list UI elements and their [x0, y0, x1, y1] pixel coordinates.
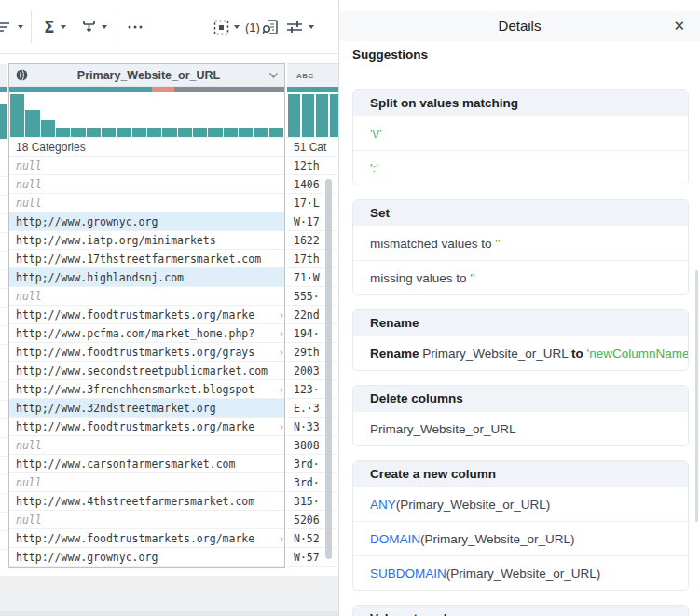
cell-value: http://www.carsonfarmersmarket.com	[16, 458, 235, 471]
histogram-bar[interactable]	[239, 128, 253, 137]
table-row[interactable]: http://www.foodtrustmarkets.org/marke›	[9, 529, 284, 548]
suggestion-item[interactable]: Rename Primary_Website_or_URL to 'newCol…	[353, 335, 688, 370]
table-row[interactable]: null	[9, 175, 284, 194]
suggestion-item[interactable]: SUBDOMAIN(Primary_Website_or_URL)	[353, 555, 688, 590]
data-grid: Primary_Website_or_URL 18 Categories nul…	[0, 54, 338, 616]
table-row[interactable]: null	[9, 287, 284, 306]
cell-value: 29th	[294, 346, 320, 359]
column-header[interactable]: Primary_Website_or_URL	[9, 64, 284, 87]
histogram-bar[interactable]	[117, 128, 130, 137]
cell-value: 123·	[294, 383, 320, 396]
search-document-icon	[262, 19, 280, 35]
table-row[interactable]: http;//www.32ndstreetmarket.org	[9, 399, 284, 418]
table-row[interactable]: null	[9, 473, 284, 492]
suggestion-item[interactable]: Primary_Website_or_URL	[353, 411, 688, 445]
histogram-bar[interactable]	[87, 128, 101, 137]
view-settings-button[interactable]	[286, 0, 314, 54]
previous-column-quality-bar	[0, 87, 7, 92]
card-title: Create a new column	[353, 461, 688, 486]
histogram-bar[interactable]	[25, 110, 39, 137]
suggestion-text: ':'	[370, 161, 378, 175]
cell-value: 3rd·	[294, 476, 320, 489]
overflow-chevron-icon[interactable]: ›	[280, 529, 283, 547]
suggestion-item[interactable]: ANY(Primary_Website_or_URL)	[353, 486, 688, 521]
overflow-chevron-icon[interactable]: ›	[280, 343, 283, 361]
aggregate-button[interactable]: Σ	[44, 0, 66, 54]
column-primary-website-or-url: Primary_Website_or_URL 18 Categories nul…	[8, 63, 285, 568]
more-options-button[interactable]	[127, 0, 144, 54]
suggestion-item[interactable]: mismatched values to ''	[353, 226, 688, 260]
overflow-chevron-icon[interactable]: ›	[280, 380, 283, 398]
histogram-bar[interactable]	[193, 128, 207, 137]
table-row[interactable]: http://www.secondstreetpublicmarket.com	[9, 362, 284, 380]
histogram-bar[interactable]	[56, 128, 70, 137]
grid-vertical-scrollbar[interactable]	[325, 179, 332, 559]
histogram-bar[interactable]	[132, 128, 146, 137]
chevron-down-icon	[309, 25, 314, 29]
table-row[interactable]: http://www.foodtrustmarkets.org/marke›	[9, 418, 284, 436]
suggestion-item[interactable]: ':'	[353, 150, 688, 185]
histogram-bar[interactable]	[208, 128, 222, 137]
table-row[interactable]: http://www.3frenchhensmarket.blogspot›	[9, 380, 284, 399]
sort-filter-button[interactable]	[0, 0, 23, 54]
table-row[interactable]: http://www.4thstreetfarmersmarket.com	[9, 492, 284, 511]
quality-segment-missing[interactable]	[174, 87, 284, 92]
grid-horizontal-scrollbar[interactable]	[0, 611, 338, 616]
histogram-bar[interactable]	[330, 94, 338, 137]
histogram-bar[interactable]	[224, 128, 238, 137]
data-quality-bar[interactable]	[287, 87, 338, 92]
table-row[interactable]: null	[9, 436, 284, 455]
table-row[interactable]: 12th	[287, 157, 338, 175]
cell-value: 12th	[294, 159, 320, 172]
histogram-bar[interactable]	[316, 94, 328, 137]
table-row[interactable]: http;//www.grownyc.org	[9, 212, 284, 231]
table-row[interactable]: http://www.grownyc.org	[9, 548, 284, 567]
split-join-button[interactable]	[80, 0, 107, 54]
overflow-chevron-icon[interactable]: ›	[280, 418, 283, 435]
suggestion-item[interactable]: '\/'	[353, 116, 688, 150]
suggestion-item[interactable]: missing values to ''	[353, 260, 688, 294]
histogram-bar[interactable]	[147, 128, 161, 137]
histogram-bar[interactable]	[102, 128, 116, 137]
overflow-chevron-icon[interactable]: ›	[280, 306, 283, 323]
chevron-down-icon	[61, 25, 66, 29]
cell-value: 71·W	[294, 271, 320, 284]
table-row[interactable]: null	[9, 511, 284, 529]
chevron-down-icon[interactable]	[268, 72, 279, 79]
column-header[interactable]: ABC	[287, 64, 338, 87]
histogram-bar[interactable]	[269, 128, 283, 137]
cell-value: 2003	[294, 364, 320, 377]
histogram-bar[interactable]	[10, 94, 24, 137]
table-row[interactable]: http;//www.highlandsnj.com	[9, 268, 284, 287]
table-row[interactable]: null	[9, 157, 284, 175]
close-icon[interactable]: ✕	[669, 11, 689, 41]
card-title: Set	[353, 200, 688, 226]
histogram-bar[interactable]	[302, 94, 314, 137]
panel-vertical-scrollbar[interactable]	[695, 270, 698, 522]
table-row[interactable]: http://www.iatp.org/minimarkets	[9, 231, 284, 250]
histogram-bar[interactable]	[254, 128, 268, 137]
quality-segment-valid[interactable]	[9, 87, 152, 92]
suggestion-item[interactable]: DOMAIN(Primary_Website_or_URL)	[353, 521, 688, 555]
histogram-bar[interactable]	[71, 128, 85, 137]
quality-segment-valid[interactable]	[287, 87, 338, 92]
globe-url-type-icon	[15, 68, 29, 82]
table-row[interactable]: null	[9, 194, 284, 212]
quality-segment-mismatched[interactable]	[152, 87, 174, 92]
histogram-bar[interactable]	[178, 128, 192, 137]
histogram-bar[interactable]	[41, 120, 55, 137]
find-in-data-button[interactable]	[262, 0, 280, 54]
overflow-chevron-icon[interactable]: ›	[280, 324, 283, 342]
data-quality-bar[interactable]	[9, 87, 284, 92]
histogram-bar[interactable]	[288, 94, 300, 137]
column-rows: nullnullnullhttp;//www.grownyc.orghttp:/…	[9, 157, 284, 567]
cell-value: http;//www.highlandsnj.com	[16, 271, 184, 284]
selection-mode-button[interactable]: (1)	[213, 0, 260, 54]
histogram-bar[interactable]	[162, 128, 176, 137]
table-row[interactable]: http://www.foodtrustmarkets.org/grays›	[9, 343, 284, 362]
table-row[interactable]: http://www.foodtrustmarkets.org/marke›	[9, 306, 284, 324]
table-row[interactable]: http://www.carsonfarmersmarket.com	[9, 455, 284, 473]
table-row[interactable]: http://www.17thstreetfarmersmarket.com	[9, 250, 284, 268]
suggestion-text: SUBDOMAIN	[370, 567, 446, 581]
table-row[interactable]: http://www.pcfma.com/market_home.php?›	[9, 324, 284, 343]
